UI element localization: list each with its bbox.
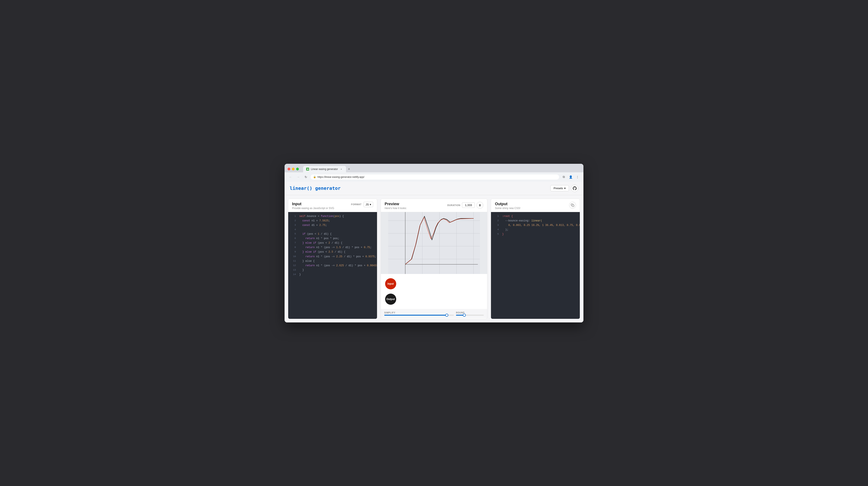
- code-token: 0.75: [364, 246, 370, 249]
- input-panel-header: Input Provide easing as JavaScript or SV…: [288, 199, 377, 212]
- simplify-fill: [384, 315, 447, 315]
- back-button[interactable]: ←: [287, 174, 293, 180]
- code-text: }: [299, 273, 301, 277]
- code-token: 0.9375: [366, 255, 375, 258]
- round-track: [456, 315, 484, 315]
- code-line: 13 }: [288, 268, 377, 272]
- code-token: / d1) * pos +: [342, 255, 366, 258]
- code-line: 3 const d1 = 2.75;: [288, 223, 377, 227]
- duration-control: DURATION 1,333 ⏸: [447, 202, 483, 209]
- minimize-window-button[interactable]: [292, 168, 294, 171]
- panels: Input Provide easing as JavaScript or SV…: [285, 195, 583, 323]
- duration-input[interactable]: 1,333: [462, 203, 475, 208]
- output-ball[interactable]: Output: [385, 294, 396, 305]
- maximize-window-button[interactable]: [296, 168, 299, 171]
- svg-rect-12: [572, 205, 574, 207]
- code-token: 0, 0.063, 0.25 18.2%, 1 36.4%, 0.813, 0.…: [502, 224, 580, 227]
- code-token: } else {: [302, 260, 315, 263]
- code-text: 0, 0.063, 0.25 18.2%, 1 36.4%, 0.813, 0.…: [502, 223, 580, 227]
- code-token: / d1) * pos +: [344, 264, 367, 267]
- code-token: 2: [329, 242, 330, 244]
- code-token: n1 =: [310, 219, 319, 222]
- line-number: 5: [494, 232, 499, 236]
- url-text: https://linear-easing-generator.netlify.…: [317, 176, 364, 179]
- preview-panel-subtitle: Here's how it looks:: [385, 207, 407, 210]
- code-token: 0.984375: [367, 264, 377, 267]
- browser-window: ◈ Linear easing generator × + ← → ↻ 🔒 ht…: [285, 164, 583, 323]
- menu-button[interactable]: ⋮: [575, 174, 581, 180]
- output-panel-title-group: Output Some shiny new CSS!: [495, 202, 520, 210]
- code-token: 2.25: [336, 255, 342, 258]
- github-button[interactable]: [571, 185, 578, 192]
- preview-panel: Preview Here's how it looks: DURATION 1,…: [381, 199, 488, 319]
- input-panel-title-group: Input Provide easing as JavaScript or SV…: [292, 202, 334, 210]
- svg-rect-0: [388, 212, 480, 274]
- code-token: .bounce =: [306, 215, 321, 218]
- code-text: );: [502, 228, 508, 232]
- code-token: (pos <: [316, 242, 329, 244]
- address-bar[interactable]: 🔒 https://linear-easing-generator.netlif…: [311, 175, 559, 180]
- code-token: return: [306, 264, 315, 267]
- code-token: const: [302, 219, 310, 222]
- line-number: 3: [291, 223, 296, 227]
- presets-button[interactable]: Presets ▾: [550, 185, 569, 191]
- code-text: const d1 = 2.75;: [299, 223, 327, 227]
- code-token: (pos <: [306, 233, 318, 236]
- profile-button[interactable]: 👤: [568, 174, 574, 180]
- code-token: 1: [318, 233, 319, 236]
- code-line: 8 return n1 * (pos -= 1.5 / d1) * pos + …: [288, 245, 377, 250]
- code-token: return: [306, 237, 315, 240]
- tab-close-button[interactable]: ×: [340, 168, 343, 171]
- line-number: 2: [291, 219, 296, 223]
- code-token: 2.75: [319, 224, 326, 227]
- code-editor[interactable]: 1self.bounce = function(pos) {2 const n1…: [288, 212, 377, 319]
- format-select[interactable]: JS ▾: [364, 202, 373, 207]
- code-line: 7 } else if (pos < 2 / d1) {: [288, 241, 377, 245]
- code-text: return n1 * (pos -= 2.625 / d1) * pos + …: [299, 264, 377, 268]
- animation-preview: Input Output: [381, 274, 487, 309]
- code-token: 1.5: [336, 246, 341, 249]
- line-number: 1: [494, 214, 499, 218]
- code-token: }: [299, 273, 301, 276]
- forward-button[interactable]: →: [295, 174, 301, 180]
- code-token: linear(: [531, 219, 542, 222]
- code-line: 1self.bounce = function(pos) {: [288, 214, 377, 219]
- code-token: d1 =: [310, 224, 319, 227]
- simplify-thumb[interactable]: [445, 314, 448, 317]
- code-token: [299, 246, 306, 249]
- app-header: linear() generator Presets ▾: [285, 182, 583, 195]
- code-text: const n1 = 7.5625;: [299, 219, 330, 223]
- line-number: 5: [291, 232, 296, 236]
- close-window-button[interactable]: [287, 168, 290, 171]
- code-token: const: [302, 224, 310, 227]
- code-token: (: [333, 215, 335, 218]
- code-token: 2.5: [329, 250, 333, 253]
- output-panel: Output Some shiny new CSS! 1:root {2 --b…: [491, 199, 580, 319]
- duration-label: DURATION: [447, 204, 460, 207]
- code-line: 12 return n1 * (pos -= 2.625 / d1) * pos…: [288, 264, 377, 268]
- code-token: n1 * pos * pos;: [315, 237, 339, 240]
- input-ball[interactable]: Input: [385, 278, 396, 289]
- code-token: if: [302, 233, 305, 236]
- line-number: 12: [291, 264, 296, 268]
- code-line: 2 const n1 = 7.5625;: [288, 219, 377, 223]
- code-text: } else if (pos < 2 / d1) {: [299, 241, 342, 245]
- code-text: self.bounce = function(pos) {: [299, 214, 344, 218]
- play-pause-button[interactable]: ⏸: [476, 202, 483, 209]
- copy-button[interactable]: [569, 202, 576, 209]
- code-token: } else if: [302, 242, 316, 244]
- output-code-line: 1:root {: [491, 214, 580, 219]
- browser-tab-active[interactable]: ◈ Linear easing generator ×: [303, 166, 346, 172]
- code-token: [299, 255, 306, 258]
- round-thumb[interactable]: [463, 314, 466, 317]
- code-token: self: [299, 215, 306, 218]
- line-number: 1: [291, 214, 296, 218]
- new-tab-button[interactable]: +: [346, 166, 352, 172]
- code-text: }: [299, 268, 304, 272]
- code-token: } else if: [302, 250, 316, 253]
- line-number: 7: [291, 241, 296, 245]
- extensions-button[interactable]: ⧉: [561, 174, 567, 180]
- code-token: }: [299, 269, 304, 272]
- refresh-button[interactable]: ↻: [303, 174, 309, 180]
- app-logo: linear() generator: [290, 186, 341, 191]
